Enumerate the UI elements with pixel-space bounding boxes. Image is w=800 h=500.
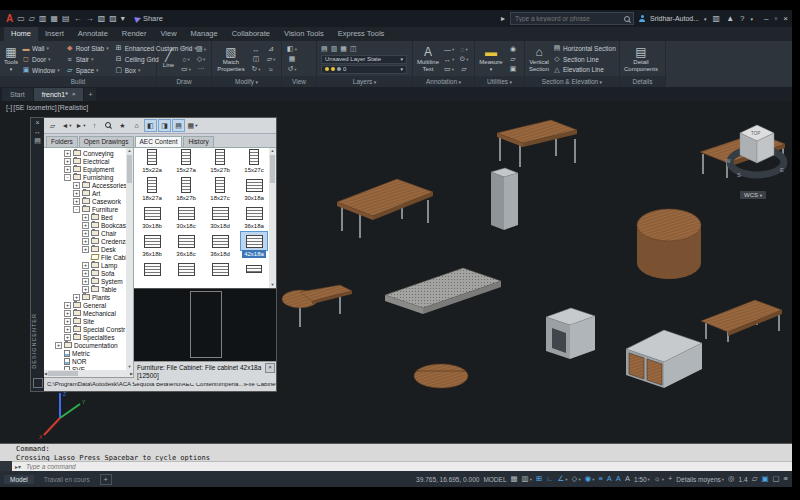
tree-vertical-scrollbar[interactable]: ▲ ▼ (126, 148, 133, 370)
vertical-section-button[interactable]: ⌂ Vertical Section (529, 43, 549, 75)
content-item[interactable]: 30x18a (237, 176, 269, 204)
draw-tool-icon[interactable]: ▨ (195, 44, 207, 54)
ribbon-tab[interactable]: Insert (38, 27, 71, 41)
panel-label[interactable]: Layers (317, 76, 412, 87)
ribbon-tab[interactable]: Home (4, 27, 38, 41)
viewport-controls-minus[interactable]: [-] (6, 104, 12, 111)
detail-components-button[interactable]: ▤ Detail Components (624, 43, 658, 75)
tree-item[interactable]: + Credenza (44, 237, 126, 245)
forward-icon[interactable]: ► (74, 119, 87, 132)
cut-plane-icon[interactable]: ◎ (728, 474, 735, 484)
tree-item[interactable]: - Furnishing (44, 173, 126, 181)
properties-icon[interactable]: ▧ (96, 11, 108, 26)
tree-expander-icon[interactable]: + (82, 222, 89, 229)
tree-item[interactable]: + Bed (44, 213, 126, 221)
ribbon-tab[interactable]: Vision Tools (277, 27, 331, 41)
user-menu-caret[interactable]: ▾ (703, 16, 708, 22)
content-item[interactable]: 18x27a (135, 176, 169, 204)
tools-button[interactable]: ▦ Tools▾ (4, 43, 18, 75)
palette-tab[interactable]: Open Drawings (79, 136, 134, 147)
panel-label[interactable]: Annotation (413, 76, 474, 87)
content-item[interactable]: 30x18c (169, 204, 203, 232)
content-item[interactable]: 15x27c (237, 148, 269, 176)
tree-expander-icon[interactable]: + (64, 158, 71, 165)
save-icon[interactable]: ▥ (37, 11, 49, 26)
multiline-text-button[interactable]: A Multiline Text (417, 43, 439, 75)
view-tool-icon[interactable]: ◧ (286, 44, 298, 54)
draw-tool-icon[interactable]: ▭ (180, 64, 192, 74)
tree-item[interactable]: + Mechanical (44, 309, 126, 317)
layer-tool-icon[interactable]: ▥ (331, 45, 338, 53)
signed-in-user[interactable]: Sridhar-Autod... (650, 15, 699, 22)
tree-item[interactable]: + Bookcase (44, 221, 126, 229)
close-tab-icon[interactable]: × (72, 90, 76, 99)
compass-south[interactable]: S (737, 172, 741, 178)
file-tab[interactable]: Start (2, 88, 33, 101)
tree-expander-icon[interactable]: + (64, 166, 71, 173)
tree-expander-icon[interactable]: + (82, 278, 89, 285)
compass-east[interactable]: E (780, 167, 784, 173)
tree-expander-icon[interactable]: + (82, 214, 89, 221)
content-item[interactable]: 30x18d (203, 204, 237, 232)
match-properties-button[interactable]: ▧ Match Properties (216, 43, 246, 75)
help-search-box[interactable] (510, 12, 634, 25)
content-item[interactable]: 36x18c (169, 232, 203, 260)
tree-item[interactable]: + Special Constr (44, 325, 126, 333)
tree-expander-icon[interactable]: + (55, 342, 62, 349)
help-search-input[interactable] (513, 14, 623, 23)
ribbon-tab[interactable]: View (153, 27, 183, 41)
close-button[interactable]: × (783, 14, 788, 23)
workspace-switching-icon[interactable]: ☼ (654, 474, 664, 484)
scroll-thumb[interactable] (48, 371, 78, 376)
modify-tool-icon[interactable]: ↻ (250, 64, 262, 74)
utility-tool-icon[interactable]: ◉ (507, 44, 519, 54)
tree-expander-icon[interactable]: + (64, 334, 71, 341)
qat-customize-icon[interactable]: ▾ (119, 11, 127, 26)
search-icon[interactable] (623, 15, 631, 23)
file-tab[interactable]: french1* × (34, 88, 84, 101)
content-item[interactable]: 15x27a (169, 148, 203, 176)
view-tool-icon[interactable]: ↺ (286, 64, 298, 74)
draw-tool-icon[interactable]: ○ (180, 54, 192, 64)
tree-expander-icon[interactable]: - (73, 206, 80, 213)
tree-item[interactable]: Metric (44, 349, 126, 357)
tree-expander-icon[interactable]: + (82, 262, 89, 269)
content-item[interactable] (169, 260, 203, 288)
tree-expander-icon[interactable]: + (64, 302, 71, 309)
furniture-peninsula-desk[interactable] (282, 285, 352, 327)
object-snap-tracking-icon[interactable]: ≡ (598, 474, 602, 484)
up-icon[interactable]: ↑ (88, 119, 101, 132)
content-item[interactable]: 18x27b (169, 176, 203, 204)
content-item[interactable] (135, 260, 169, 288)
tree-item[interactable]: File Cabinet (44, 253, 126, 261)
tree-expander-icon[interactable]: + (82, 230, 89, 237)
palette-tab[interactable]: Folders (46, 136, 78, 147)
panel-label[interactable]: View (282, 76, 316, 87)
layer-state-dropdown[interactable]: Unsaved Layer State▾ (321, 55, 407, 64)
layout-tab[interactable]: Travail en cours (38, 475, 96, 484)
tree-item[interactable]: + System (44, 277, 126, 285)
palette-close-icon[interactable]: × (31, 118, 44, 127)
ribbon-tab[interactable]: Express Tools (331, 27, 392, 41)
draw-tool-icon[interactable]: ⋯ (195, 64, 207, 74)
share-button[interactable]: ▶ Share (135, 14, 163, 23)
description-close-icon[interactable]: × (265, 363, 275, 373)
content-item[interactable]: 36x18b (135, 232, 169, 260)
scroll-up-icon[interactable]: ▲ (128, 148, 132, 154)
tree-item[interactable]: + General (44, 301, 126, 309)
furniture-desk-top-center[interactable] (497, 120, 577, 167)
ribbon-tab[interactable]: Collaborate (225, 27, 277, 41)
tree-item[interactable]: + Equipment (44, 165, 126, 173)
modify-tool-icon[interactable]: ⊿ (265, 44, 277, 54)
tree-expander-icon[interactable]: + (73, 182, 80, 189)
tree-expander-icon[interactable]: + (64, 326, 71, 333)
tree-horizontal-scrollbar[interactable]: ◀ ▶ (44, 370, 133, 377)
tree-expander-icon[interactable]: + (73, 198, 80, 205)
tree-item[interactable]: + Plants (44, 293, 126, 301)
open-file-icon[interactable]: ▱ (27, 11, 37, 26)
content-vertical-scrollbar[interactable]: ▲ ▼ (269, 148, 276, 288)
help-icon[interactable]: ? (739, 14, 745, 23)
coordinates-display[interactable]: 39.765, 16.695, 0.000 (416, 476, 479, 483)
panel-label[interactable]: Build (0, 76, 156, 87)
undo-icon[interactable]: ← (72, 11, 84, 26)
